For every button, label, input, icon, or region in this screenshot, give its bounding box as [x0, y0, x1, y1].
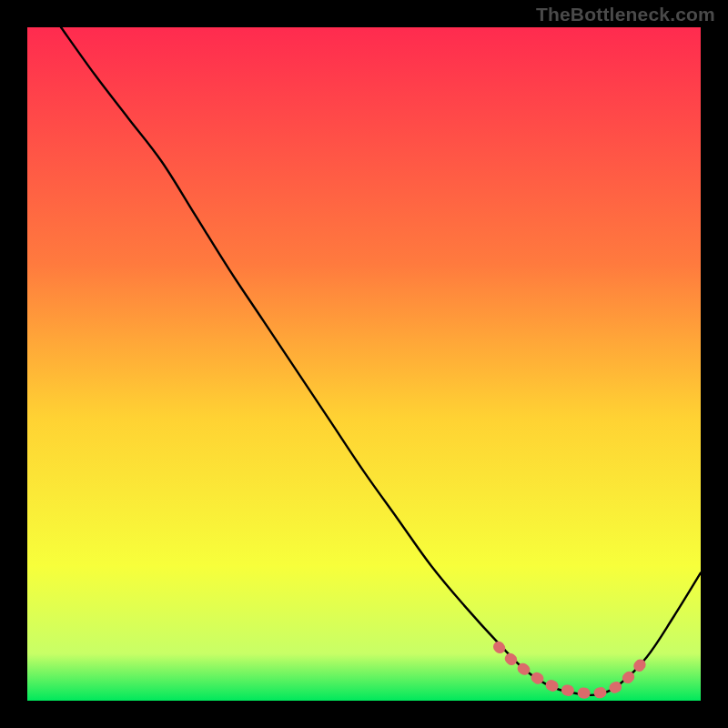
bottleneck-chart [0, 0, 728, 728]
watermark-text: TheBottleneck.com [536, 4, 715, 25]
chart-stage: TheBottleneck.com [0, 0, 728, 728]
plot-area [27, 27, 701, 701]
